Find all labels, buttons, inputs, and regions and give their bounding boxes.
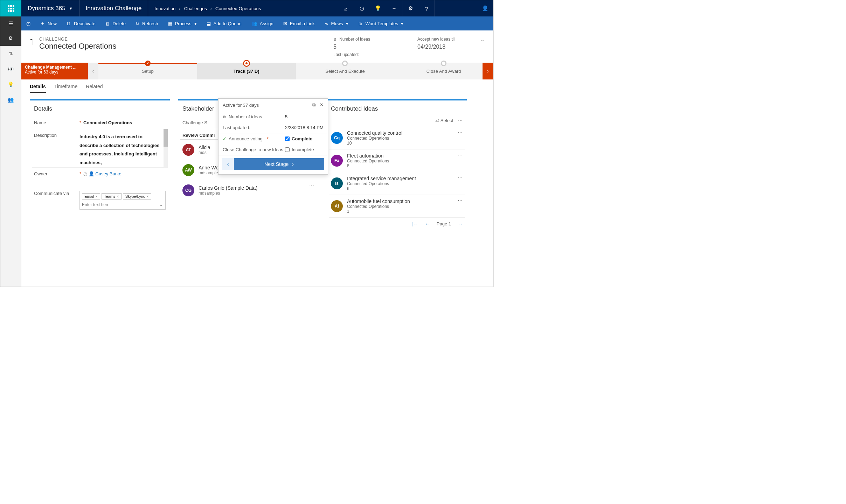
recent-icon[interactable]: ◷ bbox=[21, 21, 35, 26]
chevron-down-icon: ▼ bbox=[69, 6, 73, 10]
tag-teams: Teams× bbox=[102, 193, 122, 200]
assign-button[interactable]: 👥Assign bbox=[247, 16, 278, 30]
expand-button[interactable]: ⌄ bbox=[480, 37, 485, 42]
flyout-title: Active for 37 days bbox=[223, 103, 259, 108]
ideas-card: Contributed Ideas ⇄ Select ⋯ Cq Connecte… bbox=[327, 99, 467, 251]
owner-link[interactable]: Casey Burke bbox=[95, 171, 166, 176]
scrollbar[interactable] bbox=[164, 129, 168, 167]
settings-icon[interactable]: ⚙ bbox=[402, 0, 418, 16]
person-row[interactable]: CG Carlos Grilo (Sample Data)mdsamples ⋯ bbox=[180, 180, 316, 201]
chevron-right-icon: › bbox=[210, 6, 212, 11]
tab-related[interactable]: Related bbox=[86, 84, 103, 93]
record-title: Connected Operations bbox=[39, 42, 116, 51]
field-label: Communicate via bbox=[34, 191, 79, 196]
brand-dropdown[interactable]: Dynamics 365 ▼ bbox=[21, 5, 79, 12]
plus-icon[interactable]: ＋ bbox=[386, 0, 402, 16]
person-icon: 👤 bbox=[89, 171, 94, 176]
idea-row[interactable]: Is Integrated service managementConnecte… bbox=[329, 172, 465, 195]
remove-tag-icon[interactable]: × bbox=[96, 194, 98, 198]
process-badge[interactable]: Challenge Management ... Active for 63 d… bbox=[21, 63, 88, 79]
flyout-value: 2/28/2018 8:14 PM bbox=[285, 125, 324, 130]
hamburger-menu[interactable]: ☰ bbox=[0, 16, 21, 30]
process-prev-button[interactable]: ‹ bbox=[88, 63, 98, 79]
pager: |← ← Page 1 → bbox=[329, 218, 465, 230]
more-icon[interactable]: ⋯ bbox=[458, 175, 463, 181]
chevron-down-icon: ▾ bbox=[401, 21, 403, 26]
popout-icon[interactable]: ⧉ bbox=[312, 102, 315, 108]
stage-close[interactable]: Close And Award bbox=[394, 63, 493, 79]
field-label: Name bbox=[34, 120, 79, 125]
search-icon[interactable]: ⌕ bbox=[338, 0, 354, 16]
rail-item-binoculars[interactable]: 👀 bbox=[0, 61, 21, 77]
assign-icon: 👥 bbox=[251, 21, 257, 26]
idea-row[interactable]: Cq Connected quality controlConnected Op… bbox=[329, 127, 465, 149]
select-toggle[interactable]: ⇄ Select bbox=[435, 118, 453, 123]
more-icon[interactable]: ⋯ bbox=[458, 118, 463, 123]
tab-details[interactable]: Details bbox=[30, 84, 46, 93]
idea-row[interactable]: Fa Fleet automationConnected Operations8… bbox=[329, 149, 465, 172]
lock-icon bbox=[223, 114, 227, 119]
required-icon: * bbox=[267, 136, 269, 141]
process-button[interactable]: ▦Process▾ bbox=[163, 16, 202, 30]
breadcrumb-item[interactable]: Innovation bbox=[154, 6, 175, 11]
field-label: Owner bbox=[34, 171, 79, 176]
more-icon[interactable]: ⋯ bbox=[458, 198, 463, 203]
description-field[interactable]: Industry 4.0 is a term used to describe … bbox=[79, 133, 166, 167]
word-templates-button[interactable]: 🗎Word Templates▾ bbox=[353, 16, 408, 30]
email-icon: ✉ bbox=[283, 21, 287, 26]
stage-select[interactable]: Select And Execute bbox=[296, 63, 395, 79]
task-icon[interactable]: ◶ bbox=[354, 0, 370, 16]
chevron-down-icon[interactable]: ⌄ bbox=[159, 202, 163, 207]
app-launcher[interactable] bbox=[0, 0, 21, 16]
delete-button[interactable]: 🗑Delete bbox=[100, 16, 131, 30]
help-icon[interactable]: ? bbox=[418, 0, 435, 16]
prev-page-button[interactable]: ← bbox=[425, 221, 430, 226]
lock-icon bbox=[333, 37, 337, 42]
rail-item-idea[interactable]: 💡 bbox=[0, 77, 21, 92]
incomplete-checkbox[interactable] bbox=[285, 147, 290, 152]
first-page-button[interactable]: |← bbox=[412, 221, 418, 226]
top-nav: Dynamics 365 ▼ Innovation Challenge Inno… bbox=[0, 0, 493, 16]
email-link-button[interactable]: ✉Email a Link bbox=[278, 16, 320, 30]
prev-stage-button[interactable]: ‹ bbox=[222, 158, 234, 170]
rail-item-settings[interactable]: ⚙ bbox=[0, 30, 21, 46]
new-button[interactable]: ＋New bbox=[35, 16, 62, 30]
record-type: CHALLENGE bbox=[39, 37, 116, 42]
avatar: Af bbox=[331, 200, 343, 212]
communicate-via-field[interactable]: Email× Teams× Skype/Lync× ⌄ bbox=[79, 191, 166, 210]
next-page-button[interactable]: → bbox=[458, 221, 463, 226]
flyout-value: 5 bbox=[285, 114, 324, 119]
user-icon[interactable]: 👤 bbox=[477, 0, 493, 16]
flows-button[interactable]: ∿Flows▾ bbox=[320, 16, 353, 30]
more-icon[interactable]: ⋯ bbox=[309, 183, 314, 189]
next-stage-button[interactable]: Next Stage › bbox=[234, 158, 324, 170]
remove-tag-icon[interactable]: × bbox=[117, 194, 119, 198]
more-icon[interactable]: ⋯ bbox=[458, 152, 463, 158]
stage-track[interactable]: Track (37 D) bbox=[197, 63, 296, 79]
more-icon[interactable]: ⋯ bbox=[458, 130, 463, 135]
word-icon: 🗎 bbox=[358, 21, 363, 26]
required-icon: * bbox=[79, 120, 81, 125]
breadcrumb-item[interactable]: Connected Operations bbox=[215, 6, 261, 11]
tabs: Details Timeframe Related bbox=[21, 79, 493, 93]
complete-checkbox[interactable] bbox=[285, 136, 290, 141]
refresh-button[interactable]: ↻Refresh bbox=[131, 16, 163, 30]
rail-item-filter[interactable]: ⇅ bbox=[0, 46, 21, 61]
process-icon: ▦ bbox=[168, 21, 172, 26]
process-next-button[interactable]: › bbox=[483, 63, 493, 79]
left-rail: ⚙ ⇅ 👀 💡 👥 bbox=[0, 30, 21, 287]
stage-setup[interactable]: Setup bbox=[98, 63, 197, 79]
process-bar: Challenge Management ... Active for 63 d… bbox=[21, 63, 493, 79]
tag-input[interactable] bbox=[82, 202, 163, 207]
name-field[interactable]: Connected Operations bbox=[83, 120, 166, 125]
deactivate-button[interactable]: 🗋Deactivate bbox=[62, 16, 100, 30]
deactivate-icon: 🗋 bbox=[67, 21, 71, 26]
remove-tag-icon[interactable]: × bbox=[146, 194, 148, 198]
breadcrumb-item[interactable]: Challenges bbox=[184, 6, 207, 11]
tab-timeframe[interactable]: Timeframe bbox=[54, 84, 77, 93]
lightbulb-icon[interactable]: 💡 bbox=[370, 0, 386, 16]
rail-item-people[interactable]: 👥 bbox=[0, 92, 21, 107]
add-to-queue-button[interactable]: ⬓Add to Queue bbox=[202, 16, 247, 30]
idea-row[interactable]: Af Automobile fuel consumptionConnected … bbox=[329, 195, 465, 218]
close-icon[interactable]: ✕ bbox=[320, 102, 324, 108]
